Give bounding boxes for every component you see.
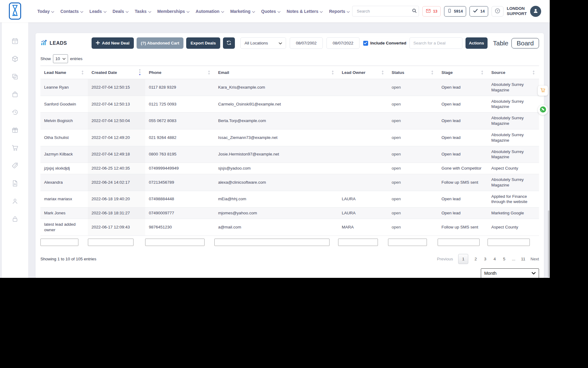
filter-input-phone[interactable] [145, 239, 205, 246]
nav-item-memberships[interactable]: Memberships [157, 9, 190, 14]
sort-icon[interactable] [331, 70, 334, 75]
pagination-previous[interactable]: Previous [437, 257, 453, 261]
sidebar-item-user[interactable] [11, 198, 19, 205]
calls-badge[interactable]: 5914 [444, 6, 466, 17]
report-icon [11, 180, 19, 188]
cell-name: latest lead added owner [40, 219, 88, 236]
column-header-status[interactable]: Status [388, 66, 438, 79]
page-size-select[interactable]: 10 [53, 54, 68, 63]
sort-icon[interactable] [481, 70, 484, 75]
pagination-page-1[interactable]: 1 [458, 254, 468, 264]
view-toggle-table[interactable]: Table [493, 40, 508, 47]
table-row[interactable]: Melvin Bogisich2022-07-04 12:50:04055 06… [40, 113, 539, 129]
deal-search-input[interactable] [409, 37, 462, 49]
filter-input-created-date[interactable] [88, 239, 134, 246]
filter-input-stage[interactable] [438, 239, 480, 246]
period-select[interactable]: Month [481, 268, 539, 278]
date-to-input[interactable] [326, 37, 360, 49]
filter-input-status[interactable] [388, 239, 427, 246]
column-header-source[interactable]: Source [488, 66, 539, 79]
column-header-phone[interactable]: Phone [145, 66, 214, 79]
column-header-lead-owner[interactable]: Lead Owner [338, 66, 388, 79]
table-row[interactable]: mariax mariasx2022-06-18 19:40:200749888… [40, 191, 539, 208]
table-row[interactable]: Alexandra2022-06-24 14:02:1707213456789a… [40, 174, 539, 191]
table-row[interactable]: Otha Schulist2022-07-04 12:49:20021 9264… [40, 129, 539, 146]
floating-whatsapp-button[interactable] [538, 105, 548, 115]
nav-item-notes-letters[interactable]: Notes & Letters [287, 9, 323, 14]
table-row[interactable]: Leanne Ryan2022-07-04 12:50:150117 828 9… [40, 79, 539, 96]
pagination-next[interactable]: Next [530, 257, 539, 261]
pagination-page-5[interactable]: 5 [502, 257, 506, 261]
sidebar-item-tag[interactable] [11, 162, 19, 170]
nav-item-quotes[interactable]: Quotes [261, 9, 281, 14]
search-icon[interactable] [412, 8, 417, 15]
view-toggle-board[interactable]: Board [511, 38, 539, 48]
table-row[interactable]: Mark Jones2022-06-18 18:31:2707490009777… [40, 208, 539, 219]
header-row: Lead NameCreated Date▼PhoneEmailLead Own… [40, 66, 539, 79]
sort-icon[interactable] [207, 70, 211, 75]
column-header-stage[interactable]: Stage [438, 66, 488, 79]
messages-badge[interactable]: 13 [422, 6, 441, 17]
nav-item-leads[interactable]: Leads [89, 9, 106, 14]
column-header-lead-name[interactable]: Lead Name [40, 66, 88, 79]
sort-icon[interactable] [431, 70, 434, 75]
filter-input-lead-owner[interactable] [338, 239, 378, 246]
pagination-page-11[interactable]: 11 [521, 257, 525, 261]
pagination-page-4[interactable]: 4 [492, 257, 497, 261]
column-header-created-date[interactable]: Created Date▼ [88, 66, 145, 79]
avatar[interactable] [530, 6, 541, 17]
nav-item-contacts[interactable]: Contacts [60, 9, 83, 14]
sidebar-item-report[interactable] [11, 180, 19, 188]
filter-input-email[interactable] [214, 239, 329, 246]
sidebar-item-lock[interactable] [11, 216, 19, 223]
app-logo[interactable] [9, 2, 21, 20]
refresh-button[interactable] [223, 37, 235, 49]
export-deals-button[interactable]: Export Deals [186, 37, 220, 49]
include-converted-checkbox[interactable] [363, 41, 368, 46]
abandoned-cart-button[interactable]: (?) Abandoned Cart [137, 37, 184, 49]
pagination-page-3[interactable]: 3 [483, 257, 487, 261]
help-badge[interactable]: ? [492, 6, 503, 17]
table-row[interactable]: Sanford Goodwin2022-07-04 12:50:130121 7… [40, 96, 539, 113]
icon-sidebar: 12 [2, 22, 28, 278]
svg-text:?: ? [497, 9, 498, 12]
sidebar-item-cube[interactable] [11, 56, 19, 63]
vertical-scrollbar[interactable] [548, 210, 549, 277]
table-row[interactable]: jzjxjxj xkxkdjdj2022-06-25 12:40:3507499… [40, 163, 539, 174]
nav-item-deals[interactable]: Deals [113, 9, 129, 14]
sort-icon[interactable] [381, 70, 384, 75]
sidebar-item-shopping-bag[interactable] [11, 91, 19, 99]
tasks-badge[interactable]: 14 [469, 6, 488, 17]
chevron-down-icon [347, 9, 350, 14]
date-from-input[interactable] [290, 37, 323, 49]
add-new-deal-button[interactable]: Add New Deal [92, 37, 134, 49]
filter-input-lead-name[interactable] [40, 239, 78, 246]
nav-item-today[interactable]: Today [37, 9, 54, 14]
nav-item-tasks[interactable]: Tasks [135, 9, 151, 14]
pagination-page-2[interactable]: 2 [473, 257, 478, 261]
global-search[interactable] [352, 6, 419, 17]
account-name[interactable]: LONDON SUPPORT [507, 6, 527, 17]
sidebar-item-cart[interactable] [11, 144, 19, 152]
cell-created: 2022-06-18 18:31:27 [88, 208, 145, 219]
column-header-email[interactable]: Email [214, 66, 338, 79]
nav-item-marketing[interactable]: Marketing [230, 9, 255, 14]
nav-item-reports[interactable]: Reports [329, 9, 350, 14]
table-row[interactable]: Jazmyn Kilback2022-07-04 12:49:180800 76… [40, 146, 539, 163]
whatsapp-icon [539, 106, 547, 114]
floating-cart-button[interactable] [538, 86, 548, 96]
sort-icon[interactable] [532, 70, 535, 75]
cell-name: Alexandra [40, 174, 88, 191]
sort-icon[interactable]: ▼ [138, 69, 141, 76]
sidebar-item-history[interactable] [11, 109, 19, 117]
sidebar-item-gift[interactable] [11, 127, 19, 134]
search-input[interactable] [356, 9, 412, 14]
locations-select[interactable]: All Locations [240, 37, 286, 49]
sidebar-item-calendar[interactable]: 12 [11, 38, 19, 45]
sort-icon[interactable] [81, 70, 84, 75]
actions-button[interactable]: Actions [466, 37, 488, 49]
filter-input-source[interactable] [488, 239, 530, 246]
sidebar-item-copy[interactable] [11, 73, 19, 81]
table-row[interactable]: latest lead added owner2022-06-17 12:09:… [40, 219, 539, 236]
nav-item-automation[interactable]: Automation [196, 9, 224, 14]
